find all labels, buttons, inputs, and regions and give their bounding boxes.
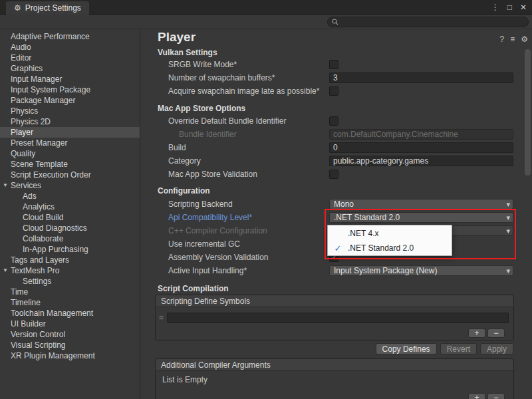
help-icon[interactable]: ? bbox=[500, 35, 505, 44]
sidebar-item-ads[interactable]: Ads bbox=[0, 191, 140, 201]
settings-category-list: Adaptive Performance Audio Editor Graphi… bbox=[0, 29, 140, 399]
sidebar-item-ui-builder[interactable]: UI Builder bbox=[0, 319, 140, 329]
vertical-scrollbar-thumb[interactable] bbox=[525, 49, 531, 176]
section-header-mac-app-store: Mac App Store Options bbox=[158, 103, 245, 114]
apply-button[interactable]: Apply bbox=[480, 343, 513, 354]
sidebar-item-adaptive-performance[interactable]: Adaptive Performance bbox=[0, 31, 140, 42]
panel-header-icons: ? ≡ ⚙ bbox=[500, 35, 528, 44]
sidebar-item-physics-2d[interactable]: Physics 2D bbox=[0, 116, 140, 127]
row-active-input-handling: Active Input Handling* Input System Pack… bbox=[168, 264, 513, 277]
popup-item-net-standard-20[interactable]: ✓ .NET Standard 2.0 bbox=[328, 241, 452, 255]
define-list-footer: + − bbox=[468, 329, 505, 338]
row-override-bundle-identifier: Override Default Bundle Identifier bbox=[168, 114, 513, 128]
sidebar-item-version-control[interactable]: Version Control bbox=[0, 329, 140, 340]
sidebar-item-collaborate[interactable]: Collaborate bbox=[0, 233, 140, 244]
maximize-icon[interactable]: □ bbox=[507, 3, 512, 12]
field-label: Bundle Identifier bbox=[168, 130, 329, 139]
search-input[interactable] bbox=[342, 18, 524, 26]
check-icon: ✓ bbox=[328, 243, 348, 253]
field-label: Use incremental GC bbox=[168, 239, 329, 249]
sidebar-item-tags-and-layers[interactable]: Tags and Layers bbox=[0, 255, 140, 265]
box-title: Additional Compiler Arguments bbox=[156, 359, 513, 371]
sidebar-item-script-execution-order[interactable]: Script Execution Order bbox=[0, 170, 140, 180]
define-symbol-input[interactable] bbox=[167, 313, 509, 323]
mac-app-store-validation-checkbox[interactable] bbox=[329, 170, 338, 179]
page-title: Player bbox=[158, 30, 196, 45]
kebab-menu-icon[interactable]: ⋮ bbox=[491, 3, 499, 12]
popup-item-net-4x[interactable]: .NET 4.x bbox=[328, 226, 452, 241]
api-compatibility-dropdown[interactable]: .NET Standard 2.0 ▾ bbox=[329, 212, 513, 223]
scripting-backend-dropdown[interactable]: Mono ▾ bbox=[329, 199, 513, 209]
section-header-configuration: Configuration bbox=[158, 186, 210, 196]
sidebar-item-scene-template[interactable]: Scene Template bbox=[0, 159, 140, 170]
revert-button[interactable]: Revert bbox=[440, 343, 477, 354]
field-label: SRGB Write Mode* bbox=[168, 60, 329, 69]
drag-handle-icon[interactable]: = bbox=[159, 313, 164, 323]
tab-project-settings[interactable]: ⚙ Project Settings bbox=[6, 1, 89, 15]
row-mac-app-store-validation: Mac App Store Validation bbox=[168, 168, 513, 181]
sidebar-item-in-app-purchasing[interactable]: In-App Purchasing bbox=[0, 244, 140, 255]
field-label: Number of swapchain buffers* bbox=[168, 73, 329, 82]
sidebar-item-input-manager[interactable]: Input Manager bbox=[0, 74, 140, 84]
sidebar-item-physics[interactable]: Physics bbox=[0, 106, 140, 116]
row-api-compatibility-level: Api Compatibility Level* .NET Standard 2… bbox=[168, 211, 513, 224]
add-argument-button[interactable]: + bbox=[468, 393, 485, 399]
sidebar-item-player[interactable]: Player bbox=[0, 127, 140, 138]
sidebar-item-toolchain-management[interactable]: Toolchain Management bbox=[0, 308, 140, 319]
sidebar-item-label: TextMesh Pro bbox=[11, 266, 59, 275]
srgb-write-mode-checkbox[interactable] bbox=[329, 60, 338, 69]
row-acquire-swapchain: Acquire swapchain image late as possible… bbox=[168, 84, 513, 98]
sidebar-item-editor[interactable]: Editor bbox=[0, 53, 140, 63]
sidebar-item-visual-scripting[interactable]: Visual Scripting bbox=[0, 340, 140, 350]
sidebar-item-textmesh-pro[interactable]: ▼ TextMesh Pro bbox=[0, 265, 140, 276]
field-label: Mac App Store Validation bbox=[168, 170, 329, 179]
sidebar-item-preset-manager[interactable]: Preset Manager bbox=[0, 138, 140, 148]
settings-gear-icon[interactable]: ⚙ bbox=[521, 35, 528, 44]
sidebar-item-services[interactable]: ▼ Services bbox=[0, 180, 140, 191]
sidebar-item-audio[interactable]: Audio bbox=[0, 42, 140, 53]
sidebar-item-analytics[interactable]: Analytics bbox=[0, 201, 140, 212]
sidebar-item-textmeshpro-settings[interactable]: Settings bbox=[0, 276, 140, 287]
active-input-handling-dropdown[interactable]: Input System Package (New) ▾ bbox=[329, 265, 513, 276]
category-input[interactable] bbox=[329, 156, 513, 166]
sidebar-item-time[interactable]: Time bbox=[0, 287, 140, 297]
empty-list-label: List is Empty bbox=[162, 375, 207, 384]
popup-item-label: .NET 4.x bbox=[348, 229, 378, 238]
foldout-open-icon[interactable]: ▼ bbox=[3, 180, 8, 191]
define-symbol-row: = bbox=[159, 312, 509, 324]
foldout-open-icon[interactable]: ▼ bbox=[3, 265, 8, 276]
section-header-script-compilation: Script Compilation bbox=[158, 283, 229, 294]
field-label: Build bbox=[168, 143, 329, 152]
field-label: Active Input Handling* bbox=[168, 266, 329, 275]
sidebar-item-package-manager[interactable]: Package Manager bbox=[0, 95, 140, 106]
build-input[interactable] bbox=[329, 142, 513, 153]
toolbar bbox=[0, 15, 532, 29]
search-box[interactable] bbox=[327, 17, 529, 27]
sidebar-item-graphics[interactable]: Graphics bbox=[0, 63, 140, 74]
remove-argument-button[interactable]: − bbox=[487, 393, 505, 399]
add-define-button[interactable]: + bbox=[468, 329, 485, 338]
presets-icon[interactable]: ≡ bbox=[510, 35, 515, 44]
sidebar-item-input-system-package[interactable]: Input System Package bbox=[0, 84, 140, 95]
window-controls: ⋮ □ ✕ bbox=[491, 0, 527, 15]
sidebar-item-quality[interactable]: Quality bbox=[0, 148, 140, 159]
sidebar-item-cloud-build[interactable]: Cloud Build bbox=[0, 212, 140, 223]
swapchain-buffers-input[interactable] bbox=[329, 72, 513, 83]
sidebar-item-xr-plugin-management[interactable]: XR Plugin Management bbox=[0, 350, 140, 361]
sidebar-item-timeline[interactable]: Timeline bbox=[0, 297, 140, 308]
gear-icon: ⚙ bbox=[14, 3, 21, 13]
field-label: Acquire swapchain image late as possible… bbox=[168, 86, 329, 96]
remove-define-button[interactable]: − bbox=[487, 329, 505, 338]
acquire-swapchain-checkbox[interactable] bbox=[329, 86, 338, 96]
field-label: Assembly Version Validation bbox=[168, 253, 329, 262]
dropdown-value: Mono bbox=[334, 200, 354, 209]
sidebar-item-cloud-diagnostics[interactable]: Cloud Diagnostics bbox=[0, 223, 140, 233]
close-icon[interactable]: ✕ bbox=[520, 3, 527, 12]
override-bundle-identifier-checkbox[interactable] bbox=[329, 116, 338, 126]
row-bundle-identifier: Bundle Identifier bbox=[168, 128, 513, 141]
row-scripting-backend: Scripting Backend Mono ▾ bbox=[168, 198, 513, 211]
field-label: Api Compatibility Level* bbox=[168, 213, 329, 222]
field-label: Category bbox=[168, 156, 329, 166]
copy-defines-button[interactable]: Copy Defines bbox=[376, 343, 437, 354]
api-compatibility-popup-menu: .NET 4.x ✓ .NET Standard 2.0 bbox=[327, 225, 452, 256]
